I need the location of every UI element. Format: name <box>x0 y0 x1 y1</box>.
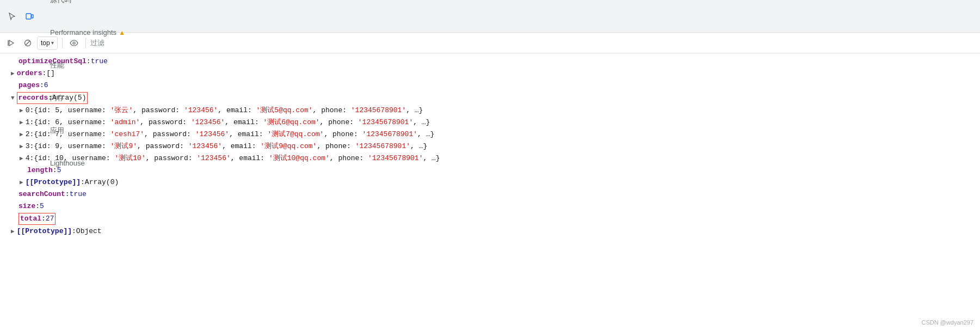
tab-memory[interactable]: 内存 <box>42 82 133 115</box>
property-key: size <box>19 201 35 212</box>
colon-separator: : <box>29 129 34 140</box>
watermark: CSDN @wdyan297 <box>921 319 973 326</box>
highlighted-value: total: 27 <box>19 213 56 225</box>
property-key: 3 <box>26 141 30 152</box>
tab-performance[interactable]: 性能 <box>42 50 133 82</box>
console-line: ▼records: Array(5) <box>0 91 980 105</box>
property-value: 27 <box>46 213 54 224</box>
expand-triangle-icon[interactable]: ▶ <box>20 117 23 128</box>
colon-separator: : <box>72 226 76 237</box>
nav-icon-group <box>4 9 37 24</box>
console-line: ▶4: {id: 10, username: '测试10', password:… <box>0 152 980 164</box>
colon-separator: : <box>29 117 34 128</box>
property-value: true <box>70 189 87 200</box>
property-value: 5 <box>40 201 44 212</box>
console-line: ▶2: {id: 7, username: 'ceshi7', password… <box>0 129 980 140</box>
console-line: total: 27 <box>0 212 980 225</box>
console-line: size: 5 <box>0 200 980 212</box>
console-content: optimizeCountSql: true▶orders: []pages: … <box>0 53 980 330</box>
colon-separator: : <box>29 141 34 152</box>
run-script-button[interactable] <box>4 36 19 50</box>
nav-tabs: 元素控制台Recorder ▲网络源代码Performance insights… <box>42 0 133 180</box>
console-line: ▶orders: [] <box>0 68 980 80</box>
property-key: orders <box>17 68 42 79</box>
console-line: optimizeCountSql: true <box>0 56 980 68</box>
colon-separator: : <box>65 189 70 200</box>
expand-triangle-icon[interactable]: ▶ <box>20 105 23 116</box>
colon-separator: : <box>29 153 34 164</box>
property-key: [[Prototype]] <box>17 226 72 237</box>
expand-triangle-icon[interactable]: ▶ <box>20 141 23 152</box>
console-line: ▶3: {id: 9, username: '测试9', password: '… <box>0 140 980 152</box>
expand-triangle-icon[interactable]: ▼ <box>11 93 15 103</box>
property-key: total <box>20 213 41 224</box>
console-toolbar: top ▾ <box>0 33 980 53</box>
cursor-icon[interactable] <box>4 9 20 24</box>
device-toggle-icon[interactable] <box>22 9 37 24</box>
property-key: 0 <box>26 105 30 116</box>
colon-separator: : <box>35 201 40 212</box>
property-key: 1 <box>26 117 30 128</box>
block-button[interactable] <box>21 36 35 50</box>
performance-insights-warn-icon: ▲ <box>119 29 125 36</box>
expand-triangle-icon[interactable]: ▶ <box>11 68 15 79</box>
console-line: searchCount: true <box>0 188 980 200</box>
svg-line-5 <box>26 41 30 45</box>
console-line: ▶[[Prototype]]: Object <box>0 225 980 237</box>
console-line: length: 5 <box>0 164 980 176</box>
tab-sources[interactable]: 源代码 <box>42 0 133 17</box>
console-line: pages: 6 <box>0 80 980 91</box>
svg-rect-0 <box>26 14 31 19</box>
top-nav: 元素控制台Recorder ▲网络源代码Performance insights… <box>0 0 980 33</box>
expand-triangle-icon[interactable]: ▶ <box>20 153 23 164</box>
colon-separator: : <box>29 105 34 116</box>
tab-lighthouse[interactable]: Lighthouse <box>42 148 133 180</box>
property-key: 4 <box>26 153 30 164</box>
expand-triangle-icon[interactable]: ▶ <box>20 129 23 140</box>
console-line: ▶[[Prototype]]: Array(0) <box>0 176 980 188</box>
property-key: 2 <box>26 129 30 140</box>
console-line: ▶1: {id: 6, username: 'admin', password:… <box>0 117 980 129</box>
svg-marker-2 <box>9 40 14 46</box>
property-key: searchCount <box>19 189 65 200</box>
svg-rect-1 <box>32 15 33 18</box>
tab-performance-insights[interactable]: Performance insights ▲ <box>42 17 133 50</box>
expand-triangle-icon[interactable]: ▶ <box>11 226 15 237</box>
console-line: ▶0: {id: 5, username: '张云', password: '1… <box>0 105 980 117</box>
property-key: pages <box>19 80 40 91</box>
tab-application[interactable]: 应用 <box>42 115 133 148</box>
expand-triangle-icon[interactable]: ▶ <box>20 177 23 188</box>
property-value: Object <box>76 226 102 237</box>
